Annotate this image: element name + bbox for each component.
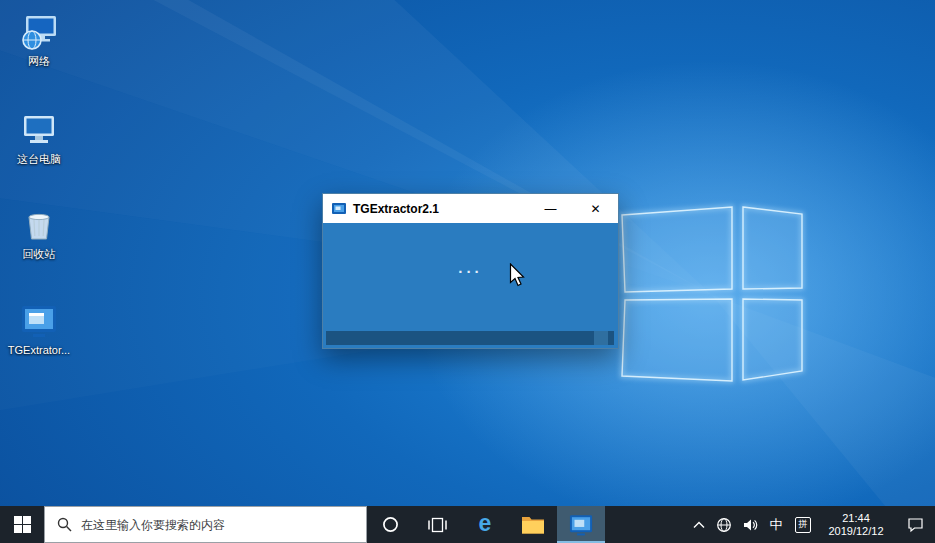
desktop-icon-network[interactable]: 网络 <box>6 12 72 68</box>
system-tray: 中 拼 21:44 2019/12/12 <box>687 506 935 543</box>
folder-icon <box>521 515 545 534</box>
search-icon <box>57 517 72 532</box>
this-pc-icon <box>19 110 59 150</box>
ime-badge-button[interactable]: 拼 <box>789 506 817 543</box>
desktop-icon-label: TGExtrator... <box>8 344 70 357</box>
recycle-bin-icon <box>19 205 59 245</box>
task-view-button[interactable] <box>413 506 461 543</box>
file-explorer-button[interactable] <box>509 506 557 543</box>
edge-button[interactable]: e <box>461 506 509 543</box>
mouse-cursor <box>509 263 527 289</box>
cortana-button[interactable] <box>367 506 413 543</box>
tgextractor-taskbar-button[interactable] <box>557 506 605 543</box>
clock-time: 21:44 <box>842 512 870 525</box>
notification-bubble-icon <box>907 517 924 533</box>
tgextractor-window: TGExtractor2.1 — ✕ ... <box>322 193 619 349</box>
clock-date: 2019/12/12 <box>828 525 883 538</box>
progress-marquee <box>594 331 608 345</box>
window-title: TGExtractor2.1 <box>353 202 528 216</box>
chevron-up-icon <box>693 521 705 529</box>
search-input[interactable] <box>81 507 366 542</box>
task-view-icon <box>428 517 447 533</box>
clock[interactable]: 21:44 2019/12/12 <box>817 506 895 543</box>
taskbar: e <box>0 506 935 543</box>
desktop-icon-recycle-bin[interactable]: 回收站 <box>6 205 72 261</box>
network-tray-button[interactable] <box>711 506 737 543</box>
app-icon <box>331 201 347 217</box>
window-titlebar[interactable]: TGExtractor2.1 — ✕ <box>323 194 618 223</box>
ime-mode-button[interactable]: 中 <box>763 506 789 543</box>
progress-bar <box>326 331 614 345</box>
close-button[interactable]: ✕ <box>573 194 618 223</box>
taskbar-search[interactable] <box>44 506 367 543</box>
volume-tray-button[interactable] <box>737 506 763 543</box>
network-icon <box>19 12 59 52</box>
desktop-icon-tgextractor[interactable]: TGExtrator... <box>6 301 72 357</box>
window-body: ... <box>323 223 618 348</box>
tgextractor-icon <box>19 301 59 341</box>
tgextractor-taskbar-icon <box>568 512 594 538</box>
network-globe-icon <box>716 517 732 533</box>
ime-badge-icon: 拼 <box>795 517 811 533</box>
loading-text: ... <box>323 259 618 276</box>
minimize-button[interactable]: — <box>528 194 573 223</box>
tray-chevron-button[interactable] <box>687 506 711 543</box>
edge-icon: e <box>479 512 492 535</box>
start-button[interactable] <box>0 506 44 543</box>
speaker-icon <box>742 517 758 533</box>
action-center-button[interactable] <box>895 506 935 543</box>
desktop-icon-label: 这台电脑 <box>17 153 61 166</box>
desktop-icon-label: 回收站 <box>23 248 56 261</box>
desktop-icon-label: 网络 <box>28 55 50 68</box>
cortana-icon <box>382 516 399 533</box>
desktop-icon-this-pc[interactable]: 这台电脑 <box>6 110 72 166</box>
windows-logo-icon <box>14 516 31 533</box>
